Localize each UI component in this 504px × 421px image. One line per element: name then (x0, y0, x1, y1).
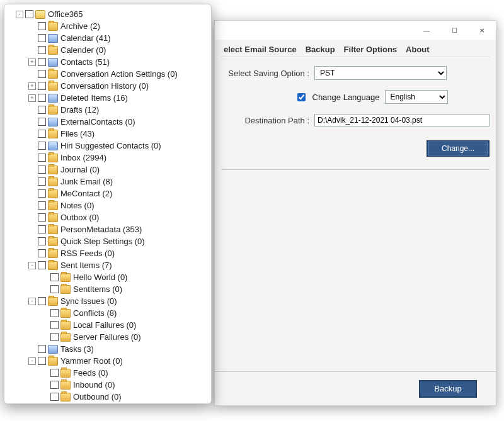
minimize-button[interactable]: — (413, 21, 440, 39)
tree-item[interactable]: SentItems (0) (7, 283, 209, 295)
checkbox[interactable] (38, 249, 46, 257)
language-select[interactable]: English (385, 90, 448, 104)
tree-item[interactable]: ExternalContacts (0) (7, 116, 209, 128)
checkbox[interactable] (38, 46, 46, 54)
tree-item-label: SentItems (0) (73, 284, 122, 294)
tree-item[interactable]: Conflicts (8) (7, 307, 209, 319)
change-language-checkbox[interactable] (297, 93, 306, 101)
tree-item[interactable]: RSS Feeds (0) (7, 247, 209, 259)
tree-item-label: Yammer Root (0) (60, 356, 123, 366)
checkbox[interactable] (25, 10, 33, 18)
tree-item[interactable]: Server Failures (0) (7, 331, 209, 343)
tree-item[interactable]: +Contacts (51) (7, 56, 209, 68)
checkbox[interactable] (38, 22, 46, 30)
checkbox[interactable] (38, 142, 46, 150)
tree-item[interactable]: Notes (0) (7, 199, 209, 211)
checkbox[interactable] (38, 213, 46, 222)
tree-spacer (28, 345, 36, 353)
tab-bar: elect Email Source Backup Filter Options… (221, 43, 490, 57)
tree-item[interactable]: -Yammer Root (0) (7, 355, 209, 367)
folder-icon (48, 249, 58, 258)
checkbox[interactable] (50, 273, 59, 281)
tree-item[interactable]: Quick Step Settings (0) (7, 235, 209, 247)
checkbox[interactable] (38, 154, 46, 162)
collapse-icon[interactable]: - (28, 262, 36, 269)
checkbox[interactable] (38, 130, 46, 138)
checkbox[interactable] (50, 321, 59, 329)
tree-spacer (41, 381, 49, 389)
tree-item[interactable]: Archive (2) (7, 20, 209, 32)
saving-option-select[interactable]: PST (314, 66, 447, 80)
checkbox[interactable] (38, 82, 46, 90)
tree-item[interactable]: Conversation Action Settings (0) (7, 68, 209, 80)
checkbox[interactable] (38, 357, 46, 365)
collapse-icon[interactable]: - (28, 357, 36, 365)
tree-item[interactable]: Files (43) (7, 128, 209, 140)
tree-item[interactable]: PersonMetadata (353) (7, 223, 209, 235)
checkbox[interactable] (38, 261, 46, 269)
expand-icon[interactable]: + (28, 59, 36, 66)
checkbox[interactable] (50, 285, 59, 293)
destination-path-field[interactable] (314, 114, 490, 126)
tab-filter-options[interactable]: Filter Options (341, 43, 400, 55)
checkbox[interactable] (38, 201, 46, 210)
checkbox[interactable] (38, 297, 46, 305)
checkbox[interactable] (38, 345, 46, 353)
tree-item[interactable]: Inbox (2994) (7, 152, 209, 164)
tree-item-label: Feeds (0) (73, 368, 108, 378)
checkbox[interactable] (50, 309, 59, 317)
tree-item[interactable]: Hiri Suggested Contacts (0) (7, 140, 209, 152)
tree-item[interactable]: Junk Email (8) (7, 176, 209, 188)
checkbox[interactable] (50, 333, 59, 341)
tree-item[interactable]: Hello World (0) (7, 271, 209, 283)
checkbox[interactable] (38, 118, 46, 126)
checkbox[interactable] (38, 94, 46, 102)
tree-item-label: ExternalContacts (0) (60, 117, 135, 126)
tree-item[interactable]: Calender (0) (7, 44, 209, 56)
maximize-button[interactable]: ☐ (440, 21, 468, 39)
change-button[interactable]: Change... (427, 140, 490, 157)
special-folder-icon (48, 345, 58, 354)
tab-backup[interactable]: Backup (303, 43, 338, 55)
checkbox[interactable] (38, 189, 46, 198)
folder-icon (48, 154, 58, 162)
tree-item[interactable]: +Deleted Items (16) (7, 92, 209, 104)
checkbox[interactable] (38, 70, 46, 78)
tree-item[interactable]: Inbound (0) (7, 379, 209, 391)
collapse-icon[interactable]: - (28, 298, 36, 305)
tree-item[interactable]: Calendar (41) (7, 32, 209, 44)
backup-dialog: — ☐ ✕ elect Email Source Backup Filter O… (214, 20, 496, 406)
tab-about[interactable]: About (403, 43, 432, 55)
expand-icon[interactable]: + (28, 94, 36, 102)
tree-item[interactable]: Drafts (12) (7, 104, 209, 116)
tree-item[interactable]: -Sent Items (7) (7, 259, 209, 271)
tree-item[interactable]: Local Failures (0) (7, 319, 209, 331)
checkbox[interactable] (38, 177, 46, 186)
checkbox[interactable] (50, 393, 59, 401)
folder-icon (60, 273, 71, 282)
tree-item[interactable]: Journal (0) (7, 164, 209, 176)
checkbox[interactable] (38, 58, 46, 66)
tree-item[interactable]: -Sync Issues (0) (7, 295, 209, 307)
checkbox[interactable] (38, 106, 46, 114)
tree-item[interactable]: Outbound (0) (7, 391, 209, 403)
tree-item[interactable]: Tasks (3) (7, 343, 209, 355)
collapse-icon[interactable]: - (16, 11, 23, 18)
tab-email-source[interactable]: elect Email Source (221, 43, 299, 55)
checkbox[interactable] (50, 369, 59, 377)
tree-root[interactable]: - Office365 (7, 8, 209, 20)
backup-button[interactable]: Backup (419, 380, 477, 398)
checkbox[interactable] (38, 166, 46, 174)
close-button[interactable]: ✕ (468, 21, 496, 39)
tree-item[interactable]: MeContact (2) (7, 188, 209, 199)
checkbox[interactable] (38, 34, 46, 42)
tree-spacer (28, 130, 36, 138)
checkbox[interactable] (50, 381, 59, 389)
checkbox[interactable] (38, 225, 46, 233)
checkbox[interactable] (38, 237, 46, 245)
special-folder-icon (48, 142, 58, 150)
tree-item[interactable]: Outbox (0) (7, 211, 209, 223)
tree-item[interactable]: +Conversation History (0) (7, 80, 209, 92)
expand-icon[interactable]: + (28, 82, 36, 90)
tree-item[interactable]: Feeds (0) (7, 367, 209, 379)
